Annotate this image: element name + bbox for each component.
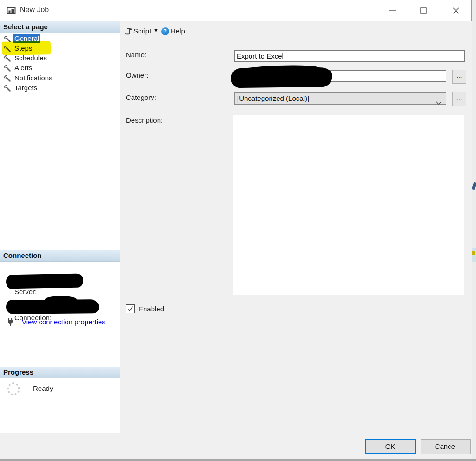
screen: New Job Select a page xyxy=(0,0,476,461)
category-select[interactable]: [Uncategorized (Local)] xyxy=(234,92,446,105)
enabled-label: Enabled xyxy=(139,305,164,313)
sidebar-item-schedules[interactable]: Schedules xyxy=(0,53,120,63)
new-job-window-icon xyxy=(7,6,16,15)
connection-plug-icon xyxy=(6,317,15,327)
help-icon[interactable]: ? xyxy=(161,27,169,35)
cancel-button[interactable]: Cancel xyxy=(421,439,471,454)
close-icon xyxy=(452,7,460,14)
combo-chevron-icon xyxy=(436,97,442,108)
new-job-dialog: New Job Select a page xyxy=(0,0,471,459)
sidebar-item-label: Schedules xyxy=(13,53,48,63)
progress-header: Progress xyxy=(0,367,120,378)
minimize-icon xyxy=(389,7,396,14)
sidebar-item-general[interactable]: General xyxy=(0,34,120,44)
maximize-button[interactable] xyxy=(416,3,431,19)
toolbar: Script ▼ ? Help xyxy=(120,21,472,44)
server-label: Server: xyxy=(14,288,37,296)
enabled-checkbox[interactable] xyxy=(126,304,135,313)
minimize-button[interactable] xyxy=(384,3,400,19)
progress-spinner-icon xyxy=(7,382,20,395)
connection-header: Connection xyxy=(0,250,120,262)
name-input[interactable] xyxy=(234,50,465,62)
name-label: Name: xyxy=(126,51,146,59)
progress-status: Ready xyxy=(33,384,53,392)
category-browse-button[interactable]: ... xyxy=(452,92,466,106)
footer-bar: OK Cancel xyxy=(0,433,472,459)
category-label: Category: xyxy=(126,93,156,101)
wrench-page-icon xyxy=(4,45,11,52)
view-connection-properties-link[interactable]: View connection properties xyxy=(22,318,115,326)
wrench-page-icon xyxy=(4,55,11,62)
sidebar-item-notifications[interactable]: Notifications xyxy=(0,73,120,83)
sidebar-item-steps[interactable]: Steps xyxy=(0,44,120,53)
sidebar-item-targets[interactable]: Targets xyxy=(0,83,120,93)
close-button[interactable] xyxy=(448,3,464,19)
script-button[interactable]: Script xyxy=(133,27,151,35)
owner-browse-button[interactable]: ... xyxy=(452,70,466,84)
description-textarea[interactable] xyxy=(233,115,464,295)
owner-redaction-scribble xyxy=(231,67,332,88)
wrench-page-icon xyxy=(4,65,11,72)
title-bar[interactable]: New Job xyxy=(0,0,471,21)
description-label: Description: xyxy=(126,116,163,124)
wrench-page-icon xyxy=(4,35,11,42)
sidebar-item-alerts[interactable]: Alerts xyxy=(0,63,120,73)
script-dropdown-arrow-icon[interactable]: ▼ xyxy=(153,27,159,33)
category-selected-value: [Uncategorized (Local)] xyxy=(237,94,309,102)
sidebar-item-label: Targets xyxy=(13,83,39,92)
sidebar-item-label: Alerts xyxy=(13,63,33,72)
background-fragment xyxy=(472,182,476,190)
sidebar-item-label: Steps xyxy=(13,44,33,53)
ok-button[interactable]: OK xyxy=(365,439,416,454)
background-window-sliver xyxy=(471,0,476,459)
maximize-icon xyxy=(420,7,427,14)
wrench-page-icon xyxy=(4,85,11,92)
connection-redaction-scribble xyxy=(6,299,99,314)
sidebar-item-label: General xyxy=(13,34,40,43)
main-panel: Script ▼ ? Help Name: Owner: ... Categor… xyxy=(120,21,472,433)
script-icon[interactable] xyxy=(125,27,132,35)
owner-label: Owner: xyxy=(126,71,148,79)
server-redaction-scribble xyxy=(6,274,83,289)
checkbox-check-icon xyxy=(127,305,134,312)
sidebar: Select a page General Steps xyxy=(0,21,120,433)
help-button[interactable]: Help xyxy=(171,27,185,35)
select-page-header: Select a page xyxy=(0,21,120,33)
window-title: New Job xyxy=(20,6,49,14)
wrench-page-icon xyxy=(4,75,11,82)
sidebar-item-label: Notifications xyxy=(13,73,54,83)
background-fragment xyxy=(472,251,475,255)
